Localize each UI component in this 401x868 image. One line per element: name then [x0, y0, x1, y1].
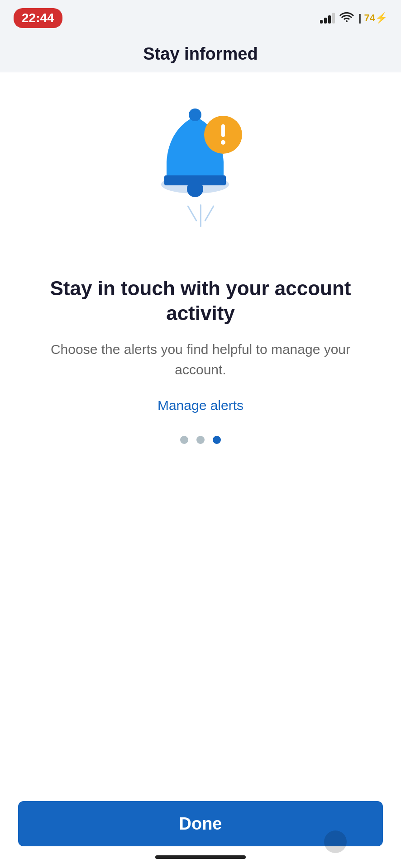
status-time: 22:44 — [14, 8, 62, 28]
page-container: 22:44 | 74⚡ Stay informed — [0, 0, 401, 868]
bottom-section: Done — [0, 788, 401, 868]
status-bar: 22:44 | 74⚡ — [0, 0, 401, 36]
battery-indicator: | 74⚡ — [358, 12, 387, 24]
page-header: Stay informed — [0, 36, 401, 72]
indicator-dot-1 — [180, 436, 188, 444]
sound-waves — [142, 204, 259, 227]
done-button[interactable]: Done — [18, 801, 383, 846]
wifi-icon — [339, 11, 354, 25]
text-section: Stay in touch with your account activity… — [27, 276, 374, 436]
sub-description: Choose the alerts you find helpful to ma… — [45, 339, 356, 380]
indicator-dot-2 — [196, 436, 205, 444]
page-indicator — [180, 436, 221, 444]
page-title: Stay informed — [143, 44, 258, 64]
manage-alerts-link[interactable]: Manage alerts — [158, 398, 243, 413]
signal-icon — [320, 13, 335, 24]
indicator-dot-3 — [213, 436, 221, 444]
svg-point-1 — [189, 108, 201, 121]
bell-icon — [142, 99, 259, 207]
bell-illustration — [137, 99, 264, 226]
main-heading: Stay in touch with your account activity — [45, 276, 356, 326]
status-icons: | 74⚡ — [320, 11, 387, 25]
svg-point-3 — [187, 181, 203, 197]
svg-point-6 — [221, 140, 225, 145]
home-indicator — [155, 855, 246, 859]
content-area: Stay in touch with your account activity… — [0, 72, 401, 788]
svg-rect-5 — [221, 124, 225, 137]
